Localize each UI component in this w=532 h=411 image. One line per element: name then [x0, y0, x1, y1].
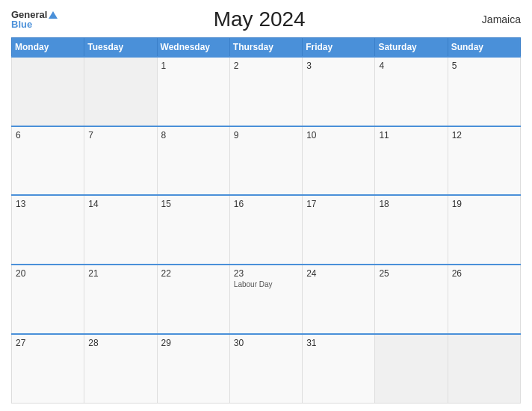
table-row	[84, 57, 157, 126]
table-row: 16	[229, 195, 302, 265]
day-number: 15	[161, 199, 226, 209]
day-number: 23	[234, 268, 298, 279]
table-row: 13	[12, 195, 84, 265]
header: General Blue May 2024 Jamaica	[11, 7, 521, 31]
table-row: 20	[12, 265, 84, 334]
day-number: 21	[88, 268, 152, 279]
day-number: 22	[161, 268, 226, 279]
calendar-week-row: 12345	[12, 57, 521, 126]
day-number: 10	[306, 130, 371, 140]
country-label: Jamaica	[461, 13, 521, 25]
day-number: 27	[16, 338, 80, 348]
day-number: 4	[379, 61, 443, 71]
day-number: 6	[16, 130, 80, 140]
table-row: 12	[448, 126, 520, 196]
day-number: 5	[452, 61, 516, 71]
col-tuesday: Tuesday	[84, 38, 157, 58]
day-number: 8	[161, 130, 226, 140]
table-row: 29	[157, 334, 229, 404]
day-number: 19	[452, 199, 516, 209]
day-number: 14	[88, 199, 152, 209]
logo: General Blue	[11, 10, 58, 29]
day-number: 17	[306, 199, 371, 209]
table-row: 10	[303, 126, 375, 196]
table-row: 24	[303, 265, 375, 334]
table-row: 30	[229, 334, 302, 404]
table-row: 6	[12, 126, 84, 196]
day-number: 29	[161, 338, 226, 348]
table-row: 1	[157, 57, 229, 126]
day-event: Labour Day	[234, 280, 298, 288]
col-wednesday: Wednesday	[157, 38, 229, 58]
day-number: 20	[16, 268, 80, 279]
day-number: 16	[234, 199, 298, 209]
table-row: 27	[12, 334, 84, 404]
day-number: 25	[379, 268, 443, 279]
table-row: 22	[157, 265, 229, 334]
table-row: 3	[303, 57, 375, 126]
col-saturday: Saturday	[375, 38, 448, 58]
table-row: 8	[157, 126, 229, 196]
calendar-page: General Blue May 2024 Jamaica Monday Tue…	[0, 0, 532, 411]
calendar-header-row: Monday Tuesday Wednesday Thursday Friday…	[12, 38, 521, 58]
col-monday: Monday	[12, 38, 84, 58]
calendar-week-row: 20212223Labour Day242526	[12, 265, 521, 334]
table-row: 11	[375, 126, 448, 196]
col-thursday: Thursday	[229, 38, 302, 58]
table-row: 7	[84, 126, 157, 196]
table-row	[12, 57, 84, 126]
table-row: 17	[303, 195, 375, 265]
calendar-title: May 2024	[58, 7, 461, 31]
day-number: 7	[88, 130, 152, 140]
table-row: 4	[375, 57, 448, 126]
col-friday: Friday	[303, 38, 375, 58]
col-sunday: Sunday	[448, 38, 520, 58]
logo-triangle-icon	[49, 11, 58, 19]
day-number: 13	[16, 199, 80, 209]
day-number: 28	[88, 338, 152, 348]
table-row: 2	[229, 57, 302, 126]
table-row: 19	[448, 195, 520, 265]
calendar-table: Monday Tuesday Wednesday Thursday Friday…	[11, 37, 521, 404]
day-number: 3	[306, 61, 371, 71]
table-row: 15	[157, 195, 229, 265]
table-row: 23Labour Day	[229, 265, 302, 334]
table-row	[448, 334, 520, 404]
logo-blue-text: Blue	[11, 19, 58, 29]
table-row: 26	[448, 265, 520, 334]
table-row: 28	[84, 334, 157, 404]
table-row: 31	[303, 334, 375, 404]
calendar-week-row: 13141516171819	[12, 195, 521, 265]
table-row: 21	[84, 265, 157, 334]
day-number: 11	[379, 130, 443, 140]
day-number: 31	[306, 338, 371, 348]
table-row: 5	[448, 57, 520, 126]
calendar-week-row: 6789101112	[12, 126, 521, 196]
day-number: 2	[234, 61, 298, 71]
table-row: 9	[229, 126, 302, 196]
table-row	[375, 334, 448, 404]
day-number: 24	[306, 268, 371, 279]
table-row: 25	[375, 265, 448, 334]
day-number: 26	[452, 268, 516, 279]
calendar-week-row: 2728293031	[12, 334, 521, 404]
table-row: 18	[375, 195, 448, 265]
day-number: 30	[234, 338, 298, 348]
day-number: 9	[234, 130, 298, 140]
day-number: 12	[452, 130, 516, 140]
day-number: 18	[379, 199, 443, 209]
table-row: 14	[84, 195, 157, 265]
day-number: 1	[161, 61, 226, 71]
